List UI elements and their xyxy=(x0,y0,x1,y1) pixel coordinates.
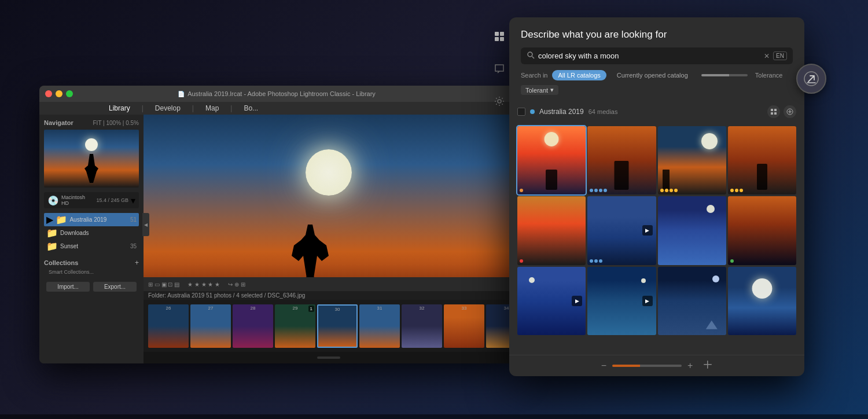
footer-grid-icon[interactable] xyxy=(703,360,712,372)
film-thumb-26[interactable]: 26 xyxy=(148,304,189,348)
filter-current-catalog[interactable]: Currently opened catalog xyxy=(611,70,694,80)
svg-point-4 xyxy=(498,100,501,103)
filmstrip: 26 27 28 29 1 30 3 xyxy=(144,300,514,352)
menu-book[interactable]: Bo... xyxy=(244,104,258,112)
catalog-checkbox[interactable] xyxy=(517,108,525,116)
folder-icon-sunset: 📁 xyxy=(46,241,58,252)
menu-library[interactable]: Library xyxy=(109,104,130,112)
catalog-name: Australia 2019 xyxy=(539,108,584,116)
menu-develop[interactable]: Develop xyxy=(155,104,181,112)
photo-cell-10[interactable]: ▶ xyxy=(587,267,656,335)
play-icon-9[interactable]: ▶ xyxy=(572,296,582,306)
dot-y1 xyxy=(660,189,664,192)
search-clear-btn[interactable]: ✕ xyxy=(764,52,770,60)
svg-rect-15 xyxy=(707,361,708,369)
photo-cell-1[interactable] xyxy=(517,126,586,194)
folder-section: ▶ 📁 Australia 2019 51 📁 Downloads 📁 Suns… xyxy=(44,213,139,253)
photo-cell-7[interactable] xyxy=(658,196,726,264)
photo-overlay-1 xyxy=(520,189,523,192)
thumb-num-31: 31 xyxy=(377,306,382,311)
dot-y3 xyxy=(670,189,673,192)
sidebar-chat-icon[interactable] xyxy=(489,58,510,79)
floating-action-button[interactable] xyxy=(796,64,826,94)
filmstrip-handle[interactable] xyxy=(317,356,340,359)
thumb-badge-29: 1 xyxy=(308,306,314,312)
film-thumb-32[interactable]: 32 xyxy=(402,304,442,348)
strip-toolbar: ⊞ ▭ ▣ ⊡ ▤ ★ ★ ★ ★ ★ ↪ ⊕ ⊞ xyxy=(144,277,514,291)
svg-rect-0 xyxy=(495,32,499,36)
sidebar-grid-icon[interactable] xyxy=(489,26,510,47)
photo-cell-3[interactable] xyxy=(658,126,726,194)
menu-sep-3: | xyxy=(230,104,232,112)
photo-cell-8[interactable] xyxy=(728,196,796,264)
dot-y2 xyxy=(665,189,668,192)
play-icon-6[interactable]: ▶ xyxy=(642,225,653,236)
film-thumb-28[interactable]: 28 xyxy=(233,304,273,348)
smart-collections: Smart Collections... xyxy=(49,269,139,275)
folder-item-downloads[interactable]: 📁 Downloads xyxy=(44,226,139,240)
size-slider[interactable] xyxy=(612,365,682,367)
export-button[interactable]: Export... xyxy=(93,282,137,292)
film-thumb-29[interactable]: 29 1 xyxy=(275,304,315,348)
photo-cell-6[interactable]: ▶ xyxy=(587,196,656,264)
photo-grid: ▶ ▶ xyxy=(517,126,796,335)
film-thumb-33[interactable]: 33 xyxy=(444,304,484,348)
svg-rect-2 xyxy=(495,37,499,41)
dot-b3 xyxy=(599,259,602,263)
view-icons: ⊞ ▭ ▣ ⊡ ▤ xyxy=(148,281,179,288)
film-thumb-31[interactable]: 31 xyxy=(359,304,400,348)
file-icon: 📄 xyxy=(178,91,185,97)
footer-plus-icon[interactable]: + xyxy=(687,361,693,371)
photo-cell-11[interactable] xyxy=(658,267,726,335)
window-close-btn[interactable] xyxy=(45,90,52,97)
collapse-icon: ◀ xyxy=(144,222,148,227)
photo-cell-2[interactable] xyxy=(587,126,656,194)
tolerance-slider[interactable] xyxy=(701,74,748,76)
thumb-num-26: 26 xyxy=(166,306,171,311)
catalog-count: 64 medias xyxy=(589,108,618,115)
footer-minus-icon[interactable]: − xyxy=(601,361,606,371)
play-icon-10[interactable]: ▶ xyxy=(642,296,653,306)
dot-3 xyxy=(599,189,602,192)
panel-collapse-handle[interactable]: ◀ xyxy=(142,213,149,236)
dot-y5 xyxy=(730,189,734,192)
lr-titlebar: 📄 Australia 2019.lrcat - Adobe Photoshop… xyxy=(39,86,514,102)
film-thumb-30[interactable]: 30 xyxy=(317,304,358,348)
photo-cell-12[interactable] xyxy=(728,267,796,335)
photo-overlay-6 xyxy=(590,259,602,263)
dot-2 xyxy=(594,189,598,192)
svg-rect-3 xyxy=(500,37,504,41)
menu-map[interactable]: Map xyxy=(205,104,219,112)
strip-info-bar: Folder: Australia 2019 51 photos / 4 sel… xyxy=(144,291,514,300)
svg-point-5 xyxy=(528,52,532,57)
import-button[interactable]: Import... xyxy=(46,282,90,292)
collections-label: Collections xyxy=(44,259,78,266)
window-minimize-btn[interactable] xyxy=(56,90,62,97)
photo-cell-4[interactable] xyxy=(728,126,796,194)
film-thumb-27[interactable]: 27 xyxy=(190,304,231,348)
collections-section: Collections + Smart Collections... xyxy=(44,259,139,275)
collections-add[interactable]: + xyxy=(135,259,139,267)
photo-overlay-5 xyxy=(520,259,523,263)
sidebar-settings-icon[interactable] xyxy=(489,91,510,112)
folder-item-australia[interactable]: ▶ 📁 Australia 2019 51 xyxy=(44,213,139,226)
folder-item-sunset[interactable]: 📁 Sunset 35 xyxy=(44,240,139,253)
photo-cell-5[interactable] xyxy=(517,196,586,264)
catalog-add-btn[interactable] xyxy=(784,105,796,118)
menu-sep-1: | xyxy=(142,104,144,112)
search-input-field[interactable] xyxy=(538,52,760,60)
photo-overlay-3 xyxy=(660,189,678,192)
filter-all-catalogs[interactable]: All LR catalogs xyxy=(552,70,606,80)
photo-overlay-8 xyxy=(730,259,734,263)
floating-btn-icon xyxy=(804,71,819,86)
dot-y6 xyxy=(735,189,738,192)
svg-rect-10 xyxy=(774,112,777,115)
window-maximize-btn[interactable] xyxy=(66,90,73,97)
catalog-grid-btn[interactable] xyxy=(767,105,780,118)
search-panel-footer: − + xyxy=(509,355,804,376)
photo-cell-9[interactable]: ▶ xyxy=(517,267,586,335)
disk-size: 15.4 / 245 GB xyxy=(96,197,128,203)
lr-window: 📄 Australia 2019.lrcat - Adobe Photoshop… xyxy=(39,86,514,363)
search-lang-selector[interactable]: EN xyxy=(773,52,787,60)
tolerance-select[interactable]: Tolerant ▾ xyxy=(521,85,558,95)
